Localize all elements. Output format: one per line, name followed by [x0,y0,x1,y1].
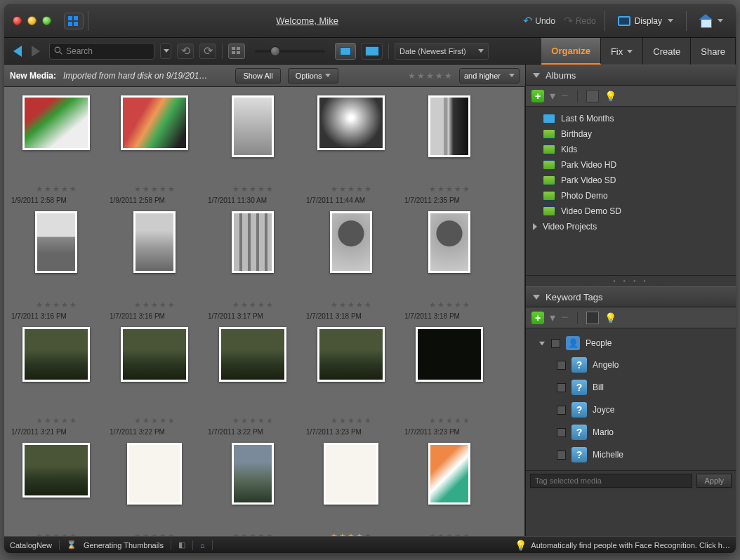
photo-cell[interactable]: ★★★★★1/1/2011 3:42 PM [400,437,498,536]
rating-stars[interactable]: ★★★★★ [232,300,273,309]
large-preview-button[interactable] [362,43,383,60]
tab-create[interactable]: Create [643,38,691,65]
photo-cell[interactable]: ★★★★★1/5/2011 11:56 AM [204,437,302,536]
photo-thumbnail[interactable] [22,327,90,382]
search-dropdown[interactable] [160,44,171,59]
home-dropdown[interactable] [695,13,727,29]
rating-stars[interactable]: ★★★★★ [429,185,470,194]
photo-thumbnail[interactable] [317,95,385,150]
photo-thumbnail[interactable] [121,327,188,382]
photo-cell[interactable]: ★★★★★1/7/2011 3:23 PM [7,437,105,536]
tag-item[interactable]: ?Mario [526,421,736,444]
photo-thumbnail[interactable] [219,327,286,382]
photo-cell[interactable]: ★★★★★1/7/2011 3:17 PM [204,206,302,321]
remove-album-button[interactable]: − [561,88,569,103]
tag-item[interactable]: ?Michelle [526,444,736,466]
albums-panel-header[interactable]: Albums [526,65,736,86]
photo-thumbnail[interactable] [428,443,470,505]
album-item[interactable]: Park Video SD [526,173,736,188]
small-preview-button[interactable] [335,43,356,60]
rating-stars[interactable]: ★★★★★ [36,300,77,309]
rotate-ccw-button[interactable]: ⟲ [177,44,194,59]
tag-item[interactable]: ?Angelo [526,354,736,376]
photo-thumbnail[interactable] [35,211,77,273]
checkbox[interactable] [557,406,566,415]
thumbnail-size-slider[interactable] [255,50,325,53]
rating-filter[interactable]: ★★★★★ [408,71,452,81]
photo-thumbnail[interactable] [232,211,274,273]
show-all-button[interactable]: Show All [235,68,280,84]
photo-cell[interactable]: ★★★★★1/9/2011 2:58 PM [105,90,204,206]
organizer-icon-button[interactable] [64,13,84,29]
photo-cell[interactable]: ★★★★★1/7/2011 3:18 PM [400,206,498,321]
photo-thumbnail[interactable] [232,95,274,157]
album-item[interactable]: Photo Demo [526,188,736,204]
photo-thumbnail[interactable] [317,327,385,382]
rating-stars[interactable]: ★★★★★ [331,416,371,425]
photo-thumbnail[interactable] [232,443,274,505]
remove-tag-button[interactable]: − [561,310,569,325]
photo-cell[interactable]: ★★★★★1/6/2011 1:42 PM [105,437,204,536]
grid-view-button[interactable] [228,44,245,59]
album-item[interactable]: Last 6 Months [526,111,736,126]
tag-item[interactable]: ?Joyce [526,399,736,421]
checkbox[interactable] [557,428,566,437]
photo-thumbnail[interactable] [22,443,90,498]
photo-cell[interactable]: ★★★★★1/7/2011 11:30 AM [204,90,302,206]
tab-fix[interactable]: Fix [601,38,643,65]
rating-stars[interactable]: ★★★★★ [429,300,470,309]
photo-cell[interactable]: ★★★★★1/7/2011 3:22 PM [204,321,302,437]
tag-group-people[interactable]: 👤People [526,333,736,354]
rating-stars[interactable]: ★★★★★ [134,416,175,425]
photo-thumbnail[interactable] [428,211,470,273]
photo-cell[interactable]: ★★★★★1/7/2011 3:21 PM [7,321,105,437]
photo-thumbnail[interactable] [133,211,176,273]
album-item[interactable]: Video Demo SD [526,204,736,219]
photo-cell[interactable]: ★★★★★1/7/2011 3:23 PM [302,321,400,437]
album-item[interactable]: Birthday [526,126,736,142]
album-item[interactable]: Video Projects [526,219,736,234]
rating-stars[interactable]: ★★★★★ [331,300,371,309]
photo-thumbnail[interactable] [121,95,188,150]
checkbox[interactable] [557,383,566,392]
minimize-window-button[interactable] [27,16,37,25]
rating-mode-dropdown[interactable]: and higher [459,68,520,84]
photo-cell[interactable]: ★★★★★1/7/2011 2:35 PM [400,90,498,206]
rating-stars[interactable]: ★★★★★ [36,185,77,194]
rating-stars[interactable]: ★★★★★ [134,185,175,194]
panel-splitter[interactable]: • • • • [526,275,736,286]
undo-button[interactable]: ↶ Undo [523,14,555,27]
photo-cell[interactable]: ★★★★★1/7/2011 3:16 PM [105,206,204,321]
tags-panel-header[interactable]: Keyword Tags [526,286,736,307]
people-view-button[interactable] [586,312,599,324]
sort-dropdown[interactable]: Date (Newest First) [395,43,489,60]
apply-tag-button[interactable]: Apply [696,474,732,488]
tip-icon[interactable]: 💡 [604,91,616,102]
photo-cell[interactable]: ★★★★★1/5/2011 4:49 PM [302,437,400,536]
photo-thumbnail[interactable] [127,443,182,505]
search-input[interactable]: Search [49,43,154,60]
nav-back-button[interactable] [10,44,25,58]
album-item[interactable]: Park Video HD [526,157,736,173]
display-dropdown[interactable]: Display [614,14,678,28]
edit-album-button[interactable] [586,90,599,102]
welcome-link[interactable]: Welcome, Mike [91,15,523,26]
redo-button[interactable]: ↷ Redo [564,14,596,27]
photo-thumbnail[interactable] [416,327,483,382]
add-album-button[interactable]: + [531,90,544,102]
thumbnail-grid[interactable]: ★★★★★1/9/2011 2:58 PM★★★★★1/9/2011 2:58 … [4,87,525,536]
photo-cell[interactable]: ★★★★★1/7/2011 3:18 PM [302,206,400,321]
checkbox[interactable] [557,361,566,370]
add-tag-button[interactable]: + [531,312,544,324]
rotate-cw-button[interactable]: ⟳ [199,44,216,59]
rating-stars[interactable]: ★★★★★ [331,185,371,194]
photo-thumbnail[interactable] [428,95,470,157]
status-tip[interactable]: Automatically find people with Face Reco… [531,541,730,549]
checkbox[interactable] [551,339,560,348]
album-item[interactable]: Kids [526,142,736,157]
nav-forward-button[interactable] [28,44,44,58]
rating-stars[interactable]: ★★★★★ [134,300,175,309]
photo-thumbnail[interactable] [324,443,378,505]
photo-thumbnail[interactable] [22,95,90,150]
tag-input[interactable] [530,474,692,488]
